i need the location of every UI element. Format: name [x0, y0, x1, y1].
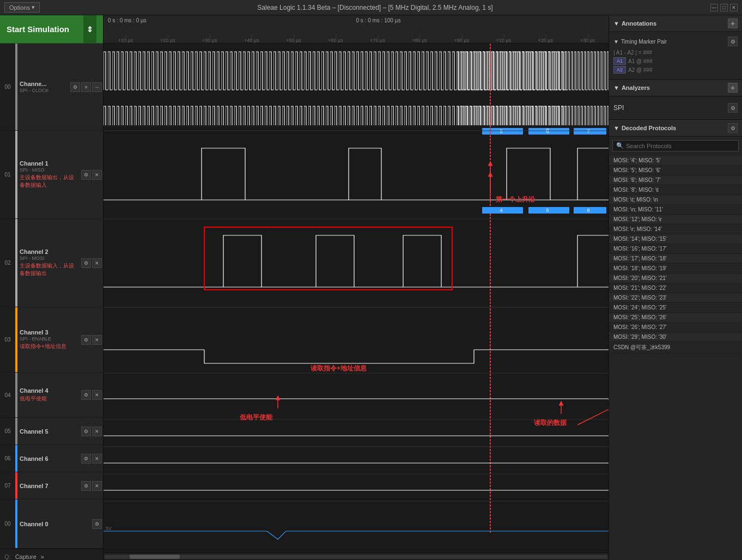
ruler-tick-6: +70 µs [356, 38, 398, 43]
protocol-item-1[interactable]: MOSI: '5'; MISO: '6' [609, 166, 742, 175]
protocol-item-0[interactable]: MOSI: '4'; MISO: '5' [609, 156, 742, 166]
channel-gear-3[interactable]: ⚙ [81, 335, 91, 345]
start-simulation-button[interactable]: Start Simulation ⇕ [0, 15, 103, 44]
search-protocols-box[interactable]: 🔍 [612, 140, 739, 151]
channel-gear-8[interactable]: ⚙ [92, 519, 102, 529]
a1-row: A1 A1 @ ### [613, 57, 738, 65]
channel-controls-4: ⚙✕ [80, 373, 103, 417]
scroll-track[interactable] [105, 555, 607, 559]
timing-marker-settings[interactable]: ⚙ [728, 36, 738, 46]
maximize-button[interactable]: □ [720, 4, 728, 11]
analyzer-gear-0[interactable]: ⚙ [728, 103, 738, 113]
decoded-protocols-settings[interactable]: ⚙ [728, 123, 738, 133]
channel-num-0: 00 [0, 44, 15, 130]
channel-controls-8: ⚙ [91, 500, 103, 548]
protocol-item-2[interactable]: MOSI: '6'; MISO: '7' [609, 175, 742, 185]
time-ruler: 0 s : 0 ms : 0 µs 0 s : 0 ms : 100 µs +1… [104, 15, 609, 44]
protocol-item-18[interactable]: MOSI: '29'; MISO: '30' [609, 332, 742, 342]
channel-gear-5[interactable]: ⚙ [81, 427, 91, 436]
protocol-item-8[interactable]: MOSI: '14'; MISO: '15' [609, 234, 742, 244]
waveform-area[interactable]: 5 6 7 4 [104, 44, 609, 552]
analyzers-section: ▼ Analyzers + SPI⚙ [609, 80, 742, 120]
channel-name-8: Channel 0 [20, 521, 89, 527]
search-protocols-input[interactable] [626, 143, 735, 149]
svg-text:6: 6 [587, 208, 589, 213]
status-arrow[interactable]: » [41, 553, 44, 560]
annotations-section: ▼ Annotations + ▼ Timing Marker Pair ⚙ |… [609, 15, 742, 80]
protocol-item-5[interactable]: MOSI: \n; MISO: '11' [609, 205, 742, 215]
close-button[interactable]: ✕ [730, 4, 738, 11]
ruler-tick-1: +20 µs [147, 38, 188, 43]
protocol-item-12[interactable]: MOSI: '20'; MISO: '21' [609, 273, 742, 283]
decoded-protocols-header: ▼ Decoded Protocols ⚙ [609, 120, 742, 137]
channel-row-4: 04Channel 4低电平使能⚙✕ [0, 373, 103, 418]
ruler-tick-10: +20 µs [525, 38, 567, 43]
channel-name-4: Channel 4 [20, 387, 78, 394]
channel-name-1: Channel 1 [20, 160, 78, 167]
channel-row-5: 05Channel 5⚙✕ [0, 418, 103, 445]
protocol-item-19[interactable]: CSDN @可茶_冰k5399 [609, 342, 742, 354]
protocol-item-15[interactable]: MOSI: '24'; MISO: '25' [609, 303, 742, 313]
time-left: 0 s : 0 ms : 0 µs [108, 17, 147, 23]
horizontal-scrollbar[interactable] [104, 552, 609, 560]
start-simulation-label: Start Simulation [7, 25, 69, 34]
channel-row-6: 06Channel 6⚙✕ [0, 445, 103, 472]
protocol-item-7[interactable]: MOSI: \r; MISO: '14' [609, 224, 742, 234]
protocol-item-16[interactable]: MOSI: '25'; MISO: '26' [609, 313, 742, 322]
channel-info-4: Channel 4低电平使能 [17, 373, 80, 417]
ruler-tick-11: +30 µs [567, 38, 609, 43]
analyzers-add-button[interactable]: + [728, 83, 738, 93]
channel-gear-4[interactable]: ⚙ [81, 390, 91, 400]
annotations-add-button[interactable]: + [728, 19, 738, 28]
analyzer-name-0: SPI [613, 104, 624, 112]
channel-close-2[interactable]: ✕ [92, 258, 102, 268]
svg-text:5: 5 [546, 208, 549, 213]
protocol-item-9[interactable]: MOSI: '16'; MISO: '17' [609, 244, 742, 254]
protocol-item-3[interactable]: MOSI: '8'; MISO: \t [609, 185, 742, 195]
start-simulation-arrow[interactable]: ⇕ [83, 15, 96, 43]
protocol-item-11[interactable]: MOSI: '18'; MISO: '19' [609, 264, 742, 273]
options-button[interactable]: Options ▾ [4, 2, 40, 13]
channel-name-6: Channel 6 [20, 455, 78, 462]
channel-gear-6[interactable]: ⚙ [81, 454, 91, 464]
channel-label-0: SPI - CLOCK [20, 88, 67, 93]
a2-row: A2 A2 @ ### [613, 66, 738, 74]
protocol-item-13[interactable]: MOSI: '21'; MISO: '22' [609, 283, 742, 293]
protocol-item-4[interactable]: MOSI: \t; MISO: \n [609, 195, 742, 205]
ruler-tick-3: +40 µs [230, 38, 272, 43]
channel-gear-7[interactable]: ⚙ [81, 481, 91, 491]
svg-text:7: 7 [587, 129, 589, 134]
left-panel: Start Simulation ⇕ 00Channe...SPI - CLOC… [0, 15, 104, 560]
channel-info-7: Channel 7 [17, 472, 80, 499]
channel-annotation-1: 主设备数据输出，从设备数据输入 [20, 174, 78, 189]
minimize-button[interactable]: — [710, 4, 718, 11]
channel-close-3[interactable]: ✕ [92, 335, 102, 345]
svg-text:读取的数据: 读取的数据 [534, 419, 567, 427]
channel-num-5: 05 [0, 418, 15, 445]
channel-gear-1[interactable]: ⚙ [81, 170, 91, 180]
channel-gear-0[interactable]: ⚙ [70, 82, 80, 92]
channel-close-6[interactable]: ✕ [92, 454, 102, 464]
svg-rect-6 [574, 128, 606, 135]
ruler-tick-4: +50 µs [272, 38, 314, 43]
channel-ctrl-0-1[interactable]: ↔ [92, 82, 102, 92]
channel-close-4[interactable]: ✕ [92, 390, 102, 400]
protocol-item-10[interactable]: MOSI: '17'; MISO: '18' [609, 254, 742, 264]
channel-info-2: Channel 2SPI - MOSI主设备数据输入，从设备数据输出 [17, 219, 80, 307]
protocol-item-17[interactable]: MOSI: '26'; MISO: '27' [609, 322, 742, 332]
protocol-list: MOSI: '4'; MISO: '5'MOSI: '5'; MISO: '6'… [609, 155, 742, 560]
protocol-item-6[interactable]: MOSI: '12'; MISO: \r [609, 215, 742, 224]
channel-ctrl-0-0[interactable]: ≡ [81, 82, 91, 92]
waveform-svg: 5 6 7 4 [104, 44, 609, 552]
channel-close-5[interactable]: ✕ [92, 427, 102, 436]
channel-close-1[interactable]: ✕ [92, 170, 102, 180]
channel-name-7: Channel 7 [20, 483, 78, 489]
channel-row-7: 07Channel 7⚙✕ [0, 472, 103, 500]
channel-close-7[interactable]: ✕ [92, 481, 102, 491]
channel-annotation-2: 主设备数据输入，从设备数据输出 [20, 262, 78, 277]
scroll-thumb[interactable] [130, 555, 180, 559]
channel-gear-2[interactable]: ⚙ [81, 258, 91, 268]
search-icon: 🔍 [616, 142, 624, 149]
channel-annotation-4: 低电平使能 [20, 395, 78, 403]
protocol-item-14[interactable]: MOSI: '22'; MISO: '23' [609, 293, 742, 303]
